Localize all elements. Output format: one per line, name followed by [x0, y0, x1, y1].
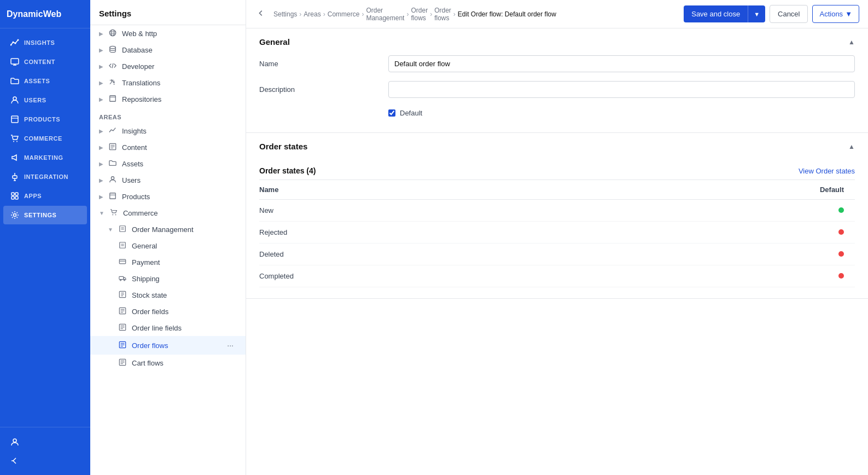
order-states-body: Order states (4) View Order states Name …	[246, 160, 868, 298]
order-states-section-header[interactable]: Order states ▲	[246, 133, 868, 160]
sidebar-item-payment[interactable]: Payment	[90, 254, 246, 270]
svg-point-50	[124, 280, 125, 281]
view-order-states-link[interactable]: View Order states	[799, 167, 855, 175]
name-row: Name	[259, 55, 855, 72]
state-default-new	[554, 200, 855, 222]
sidebar-label-repositories: Repositories	[122, 95, 161, 103]
sidebar-item-shipping[interactable]: Shipping	[90, 270, 246, 287]
nav-profile[interactable]	[3, 432, 87, 451]
chevron-right-icon: ▶	[99, 47, 103, 53]
svg-rect-43	[120, 242, 126, 248]
sidebar-item-apps[interactable]: APPS	[3, 187, 87, 205]
sidebar-item-integration[interactable]: INTEGRATION	[3, 167, 87, 186]
nav-label-apps: APPS	[24, 193, 42, 199]
sidebar-item-content-area[interactable]: ▶ Content	[90, 139, 246, 155]
megaphone-icon	[10, 153, 20, 163]
general-collapse-icon: ▲	[848, 38, 855, 46]
sidebar-item-database[interactable]: ▶ Database	[90, 42, 246, 58]
cancel-button[interactable]: Cancel	[770, 5, 808, 23]
breadcrumb-order-flows-1[interactable]: Orderflows	[411, 7, 428, 22]
breadcrumb-sep-4: ›	[406, 10, 409, 18]
products-area-icon	[109, 192, 118, 201]
sidebar-label-commerce-area: Commerce	[123, 209, 158, 217]
svg-rect-48	[119, 276, 124, 279]
monitor-icon	[10, 57, 20, 67]
sidebar-item-order-flows[interactable]: Order flows ···	[90, 336, 246, 355]
box-icon	[10, 114, 20, 124]
sidebar-item-products-area[interactable]: ▶ Products	[90, 188, 246, 205]
sidebar-item-stock-state[interactable]: Stock state	[90, 287, 246, 303]
developer-icon	[109, 62, 118, 71]
save-close-dropdown-button[interactable]: ▼	[748, 5, 765, 22]
col-header-default: Default	[554, 180, 855, 200]
sidebar-item-order-line-fields[interactable]: Order line fields	[90, 320, 246, 336]
name-input[interactable]	[388, 55, 855, 72]
default-checkbox[interactable]	[388, 109, 395, 117]
states-table: Name Default New Rejected	[259, 180, 855, 287]
breadcrumb-order-flows-2[interactable]: Orderflows	[434, 7, 451, 22]
svg-point-1	[13, 42, 14, 43]
breadcrumb-order-management[interactable]: OrderManagement	[366, 7, 404, 22]
svg-point-24	[111, 30, 114, 36]
sidebar-label-cart-flows: Cart flows	[132, 359, 164, 367]
gear-icon	[10, 210, 20, 220]
sidebar-item-assets[interactable]: ASSETS	[3, 72, 87, 90]
chevron-right-icon: ▶	[99, 144, 103, 150]
sidebar-item-insights[interactable]: INSIGHTS	[3, 33, 87, 52]
state-name-new: New	[259, 200, 554, 222]
sidebar-label-assets-area: Assets	[122, 160, 143, 168]
svg-rect-46	[119, 259, 125, 264]
sidebar-item-order-fields[interactable]: Order fields	[90, 303, 246, 320]
sidebar-item-commerce[interactable]: COMMERCE	[3, 129, 87, 148]
assets-area-icon	[109, 159, 118, 168]
sidebar-item-content[interactable]: CONTENT	[3, 53, 87, 71]
svg-point-23	[109, 30, 115, 36]
description-input[interactable]	[388, 81, 855, 98]
sidebar-item-cart-flows[interactable]: Cart flows	[90, 355, 246, 371]
sidebar-item-marketing[interactable]: MARKETING	[3, 148, 87, 167]
actions-chevron-icon: ▼	[845, 10, 852, 18]
sidebar-item-translations[interactable]: ▶ Translations	[90, 74, 246, 91]
sidebar-item-assets-area[interactable]: ▶ Assets	[90, 155, 246, 172]
save-and-close-button[interactable]: Save and close	[684, 5, 748, 22]
sidebar-label-order-management: Order Management	[132, 225, 194, 234]
table-row: Rejected	[259, 222, 855, 244]
dot-red-icon	[838, 273, 844, 279]
folder-icon	[10, 76, 20, 86]
sidebar-item-order-management[interactable]: ▼ Order Management	[90, 221, 246, 238]
general-section-body: Name Description Default	[246, 55, 868, 132]
chart-icon	[10, 38, 20, 48]
breadcrumb-areas[interactable]: Areas	[304, 10, 321, 18]
sidebar-item-settings[interactable]: SETTINGS	[3, 206, 87, 224]
commerce-area-icon	[110, 208, 119, 217]
sidebar-item-web-http[interactable]: ▶ Web & http	[90, 25, 246, 42]
nav-label-users: USERS	[24, 97, 46, 103]
general-section-header[interactable]: General ▲	[246, 28, 868, 55]
breadcrumb-sep-1: ›	[299, 10, 301, 18]
breadcrumb: Settings › Areas › Commerce › OrderManag…	[273, 7, 679, 22]
sidebar-item-products[interactable]: PRODUCTS	[3, 110, 87, 129]
chevron-down-icon: ▼	[108, 227, 113, 233]
sidebar-item-insights-area[interactable]: ▶ Insights	[90, 123, 246, 139]
sidebar-item-repositories[interactable]: ▶ Repositories	[90, 91, 246, 107]
breadcrumb-commerce[interactable]: Commerce	[328, 10, 360, 18]
chevron-down-icon: ▼	[99, 210, 104, 216]
svg-point-7	[13, 97, 16, 100]
sidebar-label-users-area: Users	[122, 176, 141, 184]
sidebar-item-users[interactable]: USERS	[3, 91, 87, 109]
order-flows-actions-button[interactable]: ···	[224, 340, 237, 351]
sidebar-item-commerce-area[interactable]: ▼ Commerce	[90, 205, 246, 221]
arrow-left-icon	[10, 456, 20, 466]
sidebar-item-users-area[interactable]: ▶ Users	[90, 172, 246, 188]
nav-collapse[interactable]	[3, 451, 87, 470]
svg-point-20	[14, 214, 16, 217]
order-states-section: Order states ▲ Order states (4) View Ord…	[246, 133, 868, 299]
back-button[interactable]	[255, 7, 267, 21]
breadcrumb-settings[interactable]: Settings	[273, 10, 297, 18]
actions-button[interactable]: Actions ▼	[812, 5, 859, 23]
sidebar-item-general-sub[interactable]: General	[90, 238, 246, 254]
breadcrumb-sep-5: ›	[430, 10, 432, 18]
sidebar-item-developer[interactable]: ▶ Developer	[90, 58, 246, 74]
nav-bottom	[0, 427, 90, 475]
chevron-right-icon: ▶	[99, 80, 103, 86]
